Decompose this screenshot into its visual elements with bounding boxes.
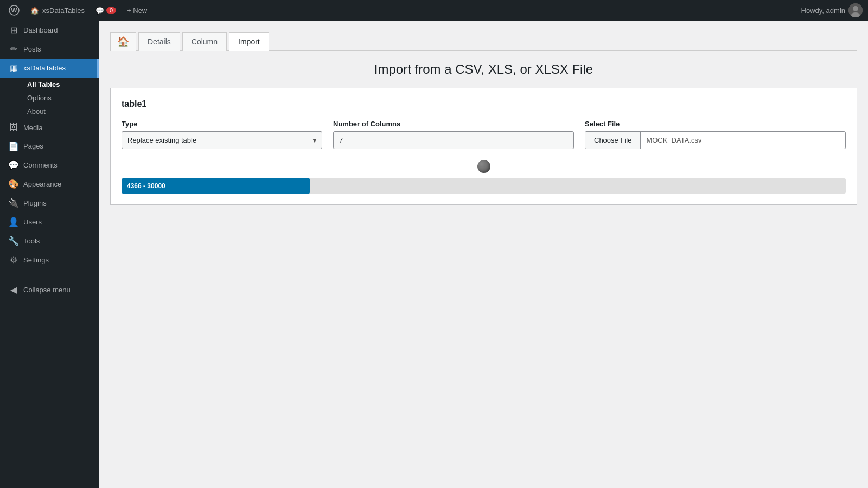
sidebar-item-label: Settings <box>23 256 94 264</box>
spinner-wrap <box>122 160 846 173</box>
collapse-menu[interactable]: ◀ Collapse menu <box>0 280 99 299</box>
comments-link[interactable]: 💬 0 <box>90 0 122 21</box>
type-select[interactable]: Replace existing table Append to existin… <box>122 131 322 149</box>
site-name-link[interactable]: 🏠 xsDataTables <box>25 0 90 21</box>
site-name-text: xsDataTables <box>42 7 85 15</box>
admin-bar: W 🏠 xsDataTables 💬 0 + New Howdy, admin <box>0 0 868 21</box>
tab-details[interactable]: Details <box>138 32 180 51</box>
columns-field: Number of Columns <box>333 120 574 149</box>
page-heading: Import from a CSV, XLS, or XLSX File <box>110 62 857 77</box>
sidebar-item-users[interactable]: 👤 Users <box>0 213 99 232</box>
type-label: Type <box>122 120 322 128</box>
sidebar-item-plugins[interactable]: 🔌 Plugins <box>0 194 99 213</box>
sidebar-item-label: Pages <box>23 142 94 150</box>
tab-column[interactable]: Column <box>182 32 227 51</box>
file-label: Select File <box>585 120 846 128</box>
sidebar-item-label: Plugins <box>23 199 94 207</box>
main-content: 🏠 Details Column Import Import from a CS… <box>99 21 868 488</box>
all-tables-label: All Tables <box>27 80 60 88</box>
comments-count: 0 <box>106 7 116 14</box>
sidebar: ⊞ Dashboard ✏ Posts ▦ xsDataTables All T… <box>0 21 99 488</box>
loading-spinner <box>477 160 490 173</box>
avatar[interactable] <box>848 3 863 17</box>
xsdatatables-icon: ▦ <box>8 63 19 73</box>
comments-icon: 💬 <box>95 7 104 15</box>
howdy-text: Howdy, admin <box>801 7 845 15</box>
file-input-row: Choose File MOCK_DATA.csv <box>585 131 846 149</box>
file-field: Select File Choose File MOCK_DATA.csv <box>585 120 846 149</box>
dashboard-icon: ⊞ <box>8 25 19 35</box>
sidebar-item-label: Media <box>23 124 94 132</box>
columns-label: Number of Columns <box>333 120 574 128</box>
file-name-display: MOCK_DATA.csv <box>641 132 845 149</box>
sidebar-item-label: Tools <box>23 237 94 245</box>
sidebar-item-options[interactable]: Options <box>0 91 99 105</box>
tab-home[interactable]: 🏠 <box>110 32 136 51</box>
progress-bar-wrap: 4366 - 30000 <box>122 178 846 194</box>
tab-bar: 🏠 Details Column Import <box>110 31 857 51</box>
sidebar-item-label: Users <box>23 218 94 226</box>
appearance-icon: 🎨 <box>8 179 19 189</box>
type-select-wrap: Replace existing table Append to existin… <box>122 131 322 149</box>
collapse-label: Collapse menu <box>23 286 71 294</box>
sidebar-item-all-tables[interactable]: All Tables <box>0 78 99 91</box>
new-content-link[interactable]: + New <box>122 0 152 21</box>
collapse-icon: ◀ <box>8 285 19 295</box>
type-field: Type Replace existing table Append to ex… <box>122 120 322 149</box>
tab-import[interactable]: Import <box>229 32 269 51</box>
adminbar-right: Howdy, admin <box>801 3 863 17</box>
sidebar-item-label: Posts <box>23 45 94 53</box>
sidebar-item-label: xsDataTables <box>23 64 94 72</box>
new-label: + New <box>127 7 147 15</box>
comments-icon: 💬 <box>8 160 19 170</box>
posts-icon: ✏ <box>8 44 19 54</box>
progress-text: 4366 - 30000 <box>127 182 165 190</box>
form-row: Type Replace existing table Append to ex… <box>122 120 846 149</box>
settings-icon: ⚙ <box>8 255 19 265</box>
columns-input[interactable] <box>333 131 574 149</box>
sidebar-item-appearance[interactable]: 🎨 Appearance <box>0 175 99 194</box>
sidebar-item-label: Appearance <box>23 180 94 188</box>
table-name: table1 <box>122 99 846 109</box>
sidebar-item-dashboard[interactable]: ⊞ Dashboard <box>0 21 99 40</box>
sidebar-item-label: Dashboard <box>23 26 94 34</box>
options-label: Options <box>27 94 52 102</box>
plugins-icon: 🔌 <box>8 198 19 208</box>
sidebar-item-pages[interactable]: 📄 Pages <box>0 137 99 156</box>
about-label: About <box>27 107 46 115</box>
sidebar-item-label: Comments <box>23 161 94 169</box>
wp-logo[interactable]: W <box>5 0 23 21</box>
users-icon: 👤 <box>8 217 19 227</box>
choose-file-button[interactable]: Choose File <box>585 132 641 149</box>
sidebar-item-xsdatatables[interactable]: ▦ xsDataTables <box>0 59 99 78</box>
svg-text:W: W <box>11 7 17 14</box>
media-icon: 🖼 <box>8 123 19 132</box>
tools-icon: 🔧 <box>8 236 19 246</box>
sidebar-item-settings[interactable]: ⚙ Settings <box>0 251 99 269</box>
svg-point-3 <box>853 6 858 11</box>
sidebar-item-tools[interactable]: 🔧 Tools <box>0 232 99 251</box>
sidebar-item-media[interactable]: 🖼 Media <box>0 118 99 137</box>
sidebar-item-about[interactable]: About <box>0 105 99 118</box>
sidebar-item-posts[interactable]: ✏ Posts <box>0 40 99 59</box>
progress-bar: 4366 - 30000 <box>122 178 310 194</box>
home-icon: 🏠 <box>30 7 39 15</box>
pages-icon: 📄 <box>8 141 19 151</box>
import-card: table1 Type Replace existing table Appen… <box>110 88 857 205</box>
sidebar-item-comments[interactable]: 💬 Comments <box>0 156 99 175</box>
